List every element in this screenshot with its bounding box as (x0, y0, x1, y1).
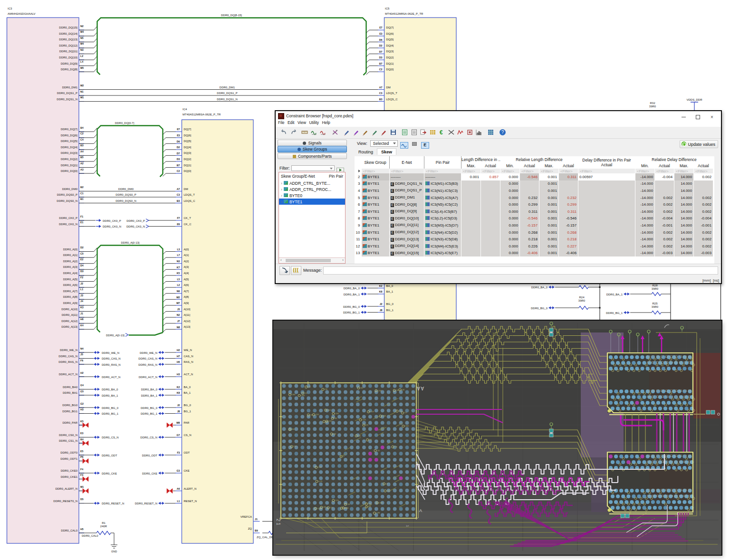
svg-text:DDR0_CAS_N: DDR0_CAS_N (102, 357, 121, 360)
svg-text:LDQS_T: LDQS_T (386, 92, 398, 95)
svg-text:DDR0_DQ[2]: DDR0_DQ[2] (61, 158, 78, 161)
svg-text:M1: M1 (80, 96, 84, 99)
svg-text:M7: M7 (176, 302, 180, 304)
svg-text:ALERT_N: ALERT_N (184, 487, 197, 490)
svg-text:DDR0_CS_N: DDR0_CS_N (102, 436, 119, 439)
svg-text:M8: M8 (176, 421, 180, 424)
svg-text:D6: D6 (177, 140, 180, 143)
svg-text:M4: M4 (80, 42, 84, 45)
svg-text:DDR0_BA_1: DDR0_BA_1 (344, 293, 360, 296)
svg-text:DDR0_DQ[10]: DDR0_DQ[10] (59, 56, 77, 59)
svg-text:BA_0: BA_0 (386, 285, 394, 287)
svg-text:B3: B3 (379, 98, 383, 101)
svg-text:DDR0_ODT0: DDR0_ODT0 (60, 451, 77, 454)
svg-text:D7: D7 (379, 50, 383, 53)
svg-text:N5: N5 (80, 37, 84, 39)
svg-text:DDR0_DQ[6]: DDR0_DQ[6] (61, 134, 78, 137)
svg-text:N4: N4 (80, 347, 84, 350)
svg-text:L3: L3 (177, 248, 180, 251)
svg-text:G2: G2 (80, 402, 84, 405)
svg-text:DDR0_DQ[8-15]: DDR0_DQ[8-15] (221, 14, 242, 17)
svg-text:DDR0_DQS0_P: DDR0_DQS0_P (57, 193, 77, 196)
svg-text:E5: E5 (80, 450, 83, 453)
svg-text:G3: G3 (177, 469, 180, 472)
svg-text:DQ[2]: DQ[2] (184, 158, 192, 161)
svg-text:M4: M4 (80, 30, 84, 33)
svg-text:DDR0_DQ[7]: DDR0_DQ[7] (61, 128, 78, 131)
svg-text:DQ[6]: DQ[6] (184, 134, 192, 137)
svg-text:DDR0_A[0-13]: DDR0_A[0-13] (106, 334, 125, 337)
svg-text:IC3: IC3 (8, 7, 12, 10)
svg-text:C12: C12 (304, 392, 307, 394)
svg-text:H7: H7 (177, 355, 180, 358)
svg-text:E7: E7 (177, 128, 180, 131)
svg-text:C104: C104 (301, 395, 305, 397)
svg-text:DDR0_WE_N: DDR0_WE_N (60, 349, 77, 351)
svg-text:IC4: IC4 (182, 108, 187, 111)
svg-text:DDR0_RAS_N: DDR0_RAS_N (58, 361, 77, 363)
svg-text:H2: H2 (80, 371, 84, 374)
svg-text:E1: E1 (80, 221, 83, 224)
svg-text:F6: F6 (80, 359, 83, 362)
svg-text:B3: B3 (177, 199, 180, 202)
svg-text:M2: M2 (80, 84, 84, 87)
svg-text:B9: B9 (255, 529, 258, 532)
svg-text:N3: N3 (80, 48, 84, 51)
svg-text:J3: J3 (177, 308, 180, 311)
svg-text:ACT_N: ACT_N (184, 373, 193, 376)
svg-text:C72: C72 (399, 410, 402, 412)
svg-text:BA_0: BA_0 (184, 386, 191, 389)
svg-text:DDR0_BG_0: DDR0_BG_0 (531, 307, 548, 310)
svg-text:MT40A512M8SA-062E_P_TR: MT40A512M8SA-062E_P_TR (385, 12, 423, 15)
svg-text:C186: C186 (376, 512, 380, 514)
svg-text:C0: C0 (326, 421, 328, 423)
svg-text:J1: J1 (255, 518, 258, 521)
svg-text:A[3]: A[3] (184, 266, 189, 268)
svg-text:C74: C74 (293, 446, 296, 447)
svg-text:DDR0_A[12]: DDR0_A[12] (61, 320, 77, 323)
svg-text:DDR0_DQS1_N: DDR0_DQS1_N (57, 98, 77, 101)
svg-text:C46: C46 (402, 389, 404, 391)
svg-text:DDR0_RESET_N: DDR0_RESET_N (135, 502, 157, 505)
svg-text:39R0: 39R0 (652, 287, 659, 290)
svg-text:RESET_N: RESET_N (184, 500, 197, 503)
svg-text:B4: B4 (80, 438, 84, 441)
svg-text:DDR0_DQS0_N: DDR0_DQS0_N (57, 199, 77, 202)
svg-text:N1: N1 (80, 90, 84, 93)
svg-text:B1: B1 (80, 198, 84, 200)
svg-text:DDR0_ACT_N: DDR0_ACT_N (102, 376, 120, 379)
svg-text:DQ[7]: DQ[7] (386, 26, 394, 29)
svg-text:DDR0_BA_0: DDR0_BA_0 (141, 388, 158, 391)
svg-text:K5: K5 (80, 420, 84, 423)
svg-text:DDR0_A[5]: DDR0_A[5] (63, 278, 78, 281)
svg-text:C51: C51 (369, 439, 372, 441)
svg-text:DDR0_A[0-13]: DDR0_A[0-13] (121, 241, 139, 244)
svg-text:DDR0_CKE0: DDR0_CKE0 (61, 469, 78, 472)
svg-text:DDR0_BG_1: DDR0_BG_1 (343, 311, 360, 314)
svg-text:A[10]: A[10] (184, 308, 191, 311)
svg-text:C66: C66 (333, 433, 336, 435)
svg-text:ZQ: ZQ (248, 527, 252, 530)
svg-text:DDR0_BG_1: DDR0_BG_1 (102, 412, 119, 415)
svg-text:DDR0_A[1]: DDR0_A[1] (63, 254, 78, 256)
svg-text:DDR0_BA1: DDR0_BA1 (63, 391, 78, 394)
svg-text:C25: C25 (365, 424, 368, 426)
svg-text:B7: B7 (177, 164, 180, 167)
svg-text:DDR0_CAL0: DDR0_CAL0 (61, 529, 77, 532)
svg-text:1: 1 (405, 525, 410, 527)
svg-text:DDR0_A[13]: DDR0_A[13] (61, 325, 77, 328)
svg-text:DDR0_CKE: DDR0_CKE (102, 472, 117, 475)
svg-text:C82: C82 (396, 389, 399, 391)
svg-text:DDR0_BA_0: DDR0_BA_0 (531, 286, 548, 289)
svg-text:DQ[3]: DQ[3] (184, 152, 192, 154)
svg-text:A[1]: A[1] (184, 254, 189, 256)
svg-text:L1: L1 (177, 500, 180, 503)
svg-text:DDR0_CK0_N: DDR0_CK0_N (103, 225, 121, 228)
svg-text:D5: D5 (80, 498, 84, 501)
svg-text:C99: C99 (323, 506, 326, 508)
svg-text:C126: C126 (379, 502, 383, 504)
svg-text:M5: M5 (80, 66, 84, 69)
svg-text:DDR0_BA_0: DDR0_BA_0 (344, 287, 360, 290)
svg-text:F2: F2 (80, 276, 83, 279)
svg-text:39R0: 39R0 (649, 105, 656, 108)
